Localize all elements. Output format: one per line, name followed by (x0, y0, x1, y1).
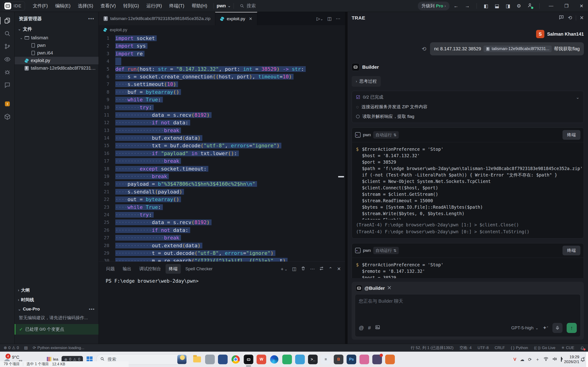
taskbar-icon-chrome[interactable] (231, 355, 240, 364)
taskbar-icon-edge[interactable] (270, 355, 279, 364)
panel-tab-debug-console[interactable]: 调试控制台 (136, 264, 164, 274)
new-terminal-button[interactable]: ＋⌄ (280, 266, 287, 272)
cue-button[interactable]: ✳ CUE (561, 345, 574, 350)
cursor-position[interactable]: 行 52, 列 1 (已选择1392) (411, 345, 453, 350)
kill-terminal-icon[interactable] (301, 266, 305, 272)
activity-package-icon[interactable] (2, 111, 13, 122)
errors-indicator[interactable]: ⊗ 0 ⚠ 0 (4, 345, 19, 350)
go-live-button[interactable]: ((·)) Go Live (534, 346, 555, 350)
activity-extensions-alert-icon[interactable]: ! (2, 98, 13, 109)
taskbar-icon-windows-terminal[interactable]: >_ (308, 355, 318, 364)
context-hash-icon[interactable]: # (368, 325, 371, 331)
taskbar-icon-app-purple[interactable] (372, 355, 382, 364)
activity-preview-icon[interactable] (2, 54, 13, 65)
activity-debug-icon[interactable] (2, 67, 13, 78)
close-panel-icon[interactable]: ✕ (580, 15, 584, 21)
window-restore-button[interactable]: ❐ (560, 2, 573, 10)
wps-cloud-icon[interactable]: V (513, 357, 516, 362)
auto-run-selector[interactable]: 自动运行 ⇅ (373, 247, 399, 254)
more-actions-icon[interactable]: ⋯ (336, 16, 340, 21)
volume-icon[interactable] (552, 356, 557, 362)
menu-edit[interactable]: 编辑(E) (51, 1, 74, 10)
taskbar-edge-window[interactable] (586, 352, 588, 367)
taskbar-icon-file-explorer[interactable] (192, 355, 202, 364)
indentation-setting[interactable]: 空格: 4 (459, 345, 472, 350)
section-timeline[interactable]: ›时间线 (15, 295, 98, 305)
window-minimize-button[interactable]: — (544, 2, 558, 10)
activity-source-control-icon[interactable] (2, 41, 13, 52)
eol-setting[interactable]: CRLF (495, 346, 505, 350)
tab-zip-file[interactable]: talisman-12e9d8cabc8f7923183e981845ce352… (99, 12, 215, 25)
close-panel-icon[interactable]: ✕ (337, 266, 341, 272)
code-editor[interactable]: 1import socket2import sys3import re45def… (99, 34, 345, 261)
upgrade-pro-button[interactable]: 升级到Pro› (418, 2, 449, 10)
taskbar-clock[interactable]: 19:29 2026/2/1 (564, 355, 580, 365)
split-editor-icon[interactable]: ◫ (327, 16, 332, 21)
section-outline[interactable]: ›大纲 (15, 285, 98, 295)
model-selector[interactable]: GPT-5-high⌄ (511, 325, 539, 330)
menu-view[interactable]: 查看(V) (97, 1, 120, 10)
menu-file[interactable]: 文件(F) (29, 1, 52, 10)
input-method-icon[interactable]: ＋ (535, 356, 540, 362)
language-mode[interactable]: { } Python (511, 346, 528, 350)
taskbar-icon-burp[interactable]: B (334, 355, 343, 364)
cloud-sync-icon[interactable]: ☁ (520, 357, 524, 362)
menu-terminal[interactable]: 终端(T) (166, 1, 188, 10)
collapse-icon[interactable]: ⌄ (576, 95, 580, 100)
battery-icon[interactable] (561, 357, 562, 361)
menu-run[interactable]: 运行(R) (143, 1, 166, 10)
nav-forward-button[interactable]: → (463, 2, 472, 10)
attachment-chip[interactable]: talisman-12e9d8cabc8f79231... (483, 45, 552, 52)
open-terminal-button[interactable]: 终端 (563, 130, 580, 140)
workspace-switcher[interactable]: pwn⌄ (217, 3, 231, 8)
more-actions-icon[interactable]: ⋯ (310, 266, 315, 272)
menu-goto[interactable]: 转到(G) (119, 1, 143, 10)
server-icon[interactable]: ▤ (24, 345, 28, 350)
open-terminal-button[interactable]: 终端 (563, 246, 580, 255)
taskbar-icon-app-orange[interactable] (385, 355, 395, 364)
panel-tab-output[interactable]: 输出 (119, 264, 135, 274)
account-icon[interactable] (525, 2, 535, 10)
taskbar-icon-wps[interactable]: W (257, 355, 266, 364)
focus-assist-icon[interactable] (580, 357, 585, 362)
tab-exploit-py[interactable]: exploit.py ✕ (215, 12, 257, 25)
more-actions-icon[interactable]: ••• (88, 16, 94, 21)
attach-image-icon[interactable] (375, 325, 380, 331)
more-actions-icon[interactable]: ••• (89, 307, 95, 312)
tree-item-pwn.i64[interactable]: pwn.i64 (15, 49, 98, 57)
terminal-card-body[interactable]: $$ErrorActionPreference = 'Stop'$remote … (352, 258, 584, 278)
panel-tab-problems[interactable]: 问题 (103, 264, 118, 274)
taskbar-icon-photoshop[interactable]: Ps (347, 355, 356, 364)
new-chat-icon[interactable] (559, 15, 564, 21)
taskbar-icon-notepad[interactable]: ≡ (321, 355, 331, 364)
panel-tab-spell-checker[interactable]: Spell Checker (182, 265, 216, 273)
tree-item-talisman-12e9d8cabc8f7923183...[interactable]: talisman-12e9d8cabc8f7923183... (15, 64, 98, 72)
maximize-panel-icon[interactable]: ⌃ (328, 266, 332, 272)
wifi-icon[interactable] (543, 356, 548, 362)
menu-selection[interactable]: 选择(S) (74, 1, 97, 10)
tools-icon[interactable] (387, 285, 392, 291)
menu-help[interactable]: 帮助(H) (188, 1, 211, 10)
taskbar-icon-app-pink[interactable] (359, 355, 369, 364)
taskbar-icon-app-grey[interactable] (205, 355, 215, 364)
run-python-button[interactable]: ▷⌄ (317, 16, 323, 21)
section-cue-pro[interactable]: ⌄Cue-Pro••• (15, 305, 98, 313)
activity-explorer-icon[interactable] (2, 15, 13, 26)
chat-scroll-area[interactable]: S Salman Khan141 ⟲ nc 8.147.132.32 38529… (348, 24, 588, 278)
tree-item-exploit.py[interactable]: exploit.py (15, 57, 98, 64)
taskbar-icon-trae-ide[interactable] (244, 355, 253, 364)
app-logo[interactable]: IDE (3, 1, 25, 11)
taskbar-icon-app-navy[interactable] (218, 355, 228, 364)
titlebar-search[interactable]: 搜索 (240, 3, 256, 9)
section-files[interactable]: ⌄文件 (15, 24, 98, 34)
thinking-process-toggle[interactable]: › 思考过程 (352, 76, 381, 87)
encoding-setting[interactable]: UTF-8 (478, 346, 489, 350)
split-terminal-icon[interactable]: ◫ (292, 266, 296, 272)
cue-status-row[interactable]: ✓已处理 0/0 个变更点 (15, 324, 98, 335)
toggle-panel-icon[interactable]: ⬓ (492, 2, 502, 10)
enhance-prompt-icon[interactable]: ✦+ (543, 325, 548, 331)
settings-gear-icon[interactable]: ⚙ (514, 2, 523, 10)
auto-run-selector[interactable]: 自动运行 ⇅ (373, 131, 399, 139)
mention-icon[interactable]: @ (359, 325, 364, 331)
toggle-left-sidebar-icon[interactable]: ◧ (482, 2, 491, 10)
